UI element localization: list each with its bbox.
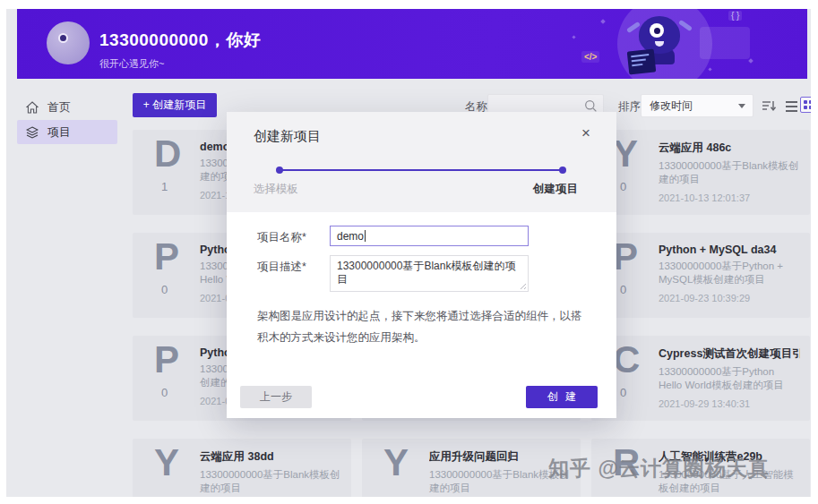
project-count: 0 xyxy=(620,386,626,399)
stepper-dot-templates xyxy=(276,167,283,174)
create-project-modal: 创建新项目 × 选择模板 创建项目 项目名称* demo 项目描述* 13300… xyxy=(227,112,616,418)
project-name-label: 项目名称* xyxy=(257,230,306,245)
project-description: 13300000000基于Blank模板创建的项目 xyxy=(200,468,341,495)
stepper-label-templates: 选择模板 xyxy=(254,182,298,197)
home-icon xyxy=(26,101,39,114)
app-page: 13300000000，你好 很开心遇见你~ </> { } xyxy=(6,9,811,497)
project-desc-textarea[interactable]: 13300000000基于Blank模板创建的项目 xyxy=(330,255,529,292)
project-card[interactable]: P0Python + MySQL da3413300000000基于Python… xyxy=(591,233,810,318)
project-card[interactable]: Y0云端应用 486c13300000000基于Blank模板创建的项目2021… xyxy=(591,130,810,215)
sparkle-icon xyxy=(708,67,711,71)
sort-descending-icon xyxy=(762,98,777,113)
sidebar-item-label: 首页 xyxy=(47,99,71,115)
project-letter: P xyxy=(154,238,179,276)
greeting-block: 13300000000，你好 很开心遇见你~ xyxy=(99,29,261,71)
project-letter: Y xyxy=(154,444,179,482)
previous-step-button[interactable]: 上一步 xyxy=(240,386,312,408)
header-banner: 13300000000，你好 很开心遇见你~ </> { } xyxy=(17,9,807,79)
sort-select[interactable]: 修改时间 xyxy=(641,94,753,117)
project-letter: P xyxy=(613,238,638,276)
project-title: Python + MySQL da34 xyxy=(659,243,800,256)
close-icon[interactable]: × xyxy=(575,123,597,144)
project-count: 0 xyxy=(620,180,626,193)
resize-handle-icon[interactable] xyxy=(518,281,526,289)
list-view-button[interactable] xyxy=(786,101,797,115)
project-letter: C xyxy=(613,341,640,379)
grid-icon xyxy=(804,100,807,104)
list-icon xyxy=(786,101,797,103)
stepper-dot-create xyxy=(559,167,566,174)
chevron-down-icon xyxy=(738,104,745,108)
modal-title: 创建新项目 xyxy=(254,128,321,145)
project-timestamp: 2021-09-23 10:39:29 xyxy=(659,293,800,303)
project-timestamp: 2021-09-29 13:40:31 xyxy=(659,398,800,409)
avatar xyxy=(47,21,90,64)
project-letter: Y xyxy=(613,135,638,173)
modal-header: 创建新项目 × 选择模板 创建项目 xyxy=(227,112,616,212)
watermark-text: 知乎 @云计算圈杨天真 xyxy=(548,455,770,483)
project-name-input[interactable]: demo xyxy=(330,226,529,246)
sparkle-icon xyxy=(600,19,606,24)
project-letter: D xyxy=(154,135,181,173)
greeting-title: 13300000000，你好 xyxy=(99,29,261,52)
illustration-panel xyxy=(700,27,750,59)
stepper-line xyxy=(280,169,563,171)
create-project-button[interactable]: + 创建新项目 xyxy=(133,93,217,117)
project-title: Cypress测试首次创建项目引导 xyxy=(659,346,800,362)
project-desc-label: 项目描述* xyxy=(257,260,306,275)
project-card[interactable]: C0Cypress测试首次创建项目引导13300000000基于Python H… xyxy=(591,336,810,421)
stepper-label-create: 创建项目 xyxy=(533,182,578,197)
greeting-subtitle: 很开心遇见你~ xyxy=(99,57,261,71)
braces-icon: { } xyxy=(728,11,742,21)
sparkle-icon xyxy=(748,58,753,64)
projects-icon xyxy=(26,126,39,139)
laptop-icon xyxy=(627,49,657,75)
modal-hint-text: 架构图是应用设计的起点，接下来您将通过选择合适的组件，以搭积木的方式来设计您的应… xyxy=(257,305,587,348)
sidebar-item-home[interactable]: 首页 xyxy=(17,95,117,119)
project-timestamp: 2021-10-13 12:01:37 xyxy=(659,192,800,203)
code-icon: </> xyxy=(581,51,599,63)
project-title: 云端应用 486c xyxy=(659,141,800,156)
sort-label: 排序 xyxy=(618,99,641,115)
sort-select-value: 修改时间 xyxy=(650,98,693,114)
sidebar-item-label: 项目 xyxy=(47,124,71,141)
project-count: 0 xyxy=(620,283,626,296)
project-name-value: demo xyxy=(337,230,364,243)
project-count: 0 xyxy=(161,283,168,296)
project-description: 13300000000基于Python Hello World模板创建的项目 xyxy=(659,365,800,392)
grid-view-button[interactable] xyxy=(800,97,811,113)
project-letter: P xyxy=(154,341,179,379)
header-illustration: </> { } xyxy=(565,9,771,79)
screen: 13300000000，你好 很开心遇见你~ </> { } xyxy=(0,0,818,504)
project-desc-value: 13300000000基于Blank模板创建的项目 xyxy=(337,260,515,286)
project-description: 13300000000基于Blank模板创建的项目 xyxy=(659,159,800,186)
sparkle-icon xyxy=(572,35,575,38)
robot-pupil-icon xyxy=(654,28,660,34)
text-cursor xyxy=(365,230,366,242)
project-count: 0 xyxy=(161,386,168,399)
project-letter: Y xyxy=(383,444,409,482)
create-button[interactable]: 创建 xyxy=(526,386,598,408)
sort-direction-button[interactable] xyxy=(762,98,777,116)
project-title: 云端应用 38dd xyxy=(200,449,341,465)
project-count: 1 xyxy=(161,180,168,193)
search-icon xyxy=(584,99,598,113)
project-card[interactable]: Y云端应用 38dd13300000000基于Blank模板创建的项目 xyxy=(133,439,351,497)
sidebar-item-projects[interactable]: 项目 xyxy=(17,120,117,144)
project-description: 13300000000基于Python + MySQL模板创建的项目 xyxy=(659,260,800,286)
avatar-eye-icon xyxy=(58,33,68,43)
